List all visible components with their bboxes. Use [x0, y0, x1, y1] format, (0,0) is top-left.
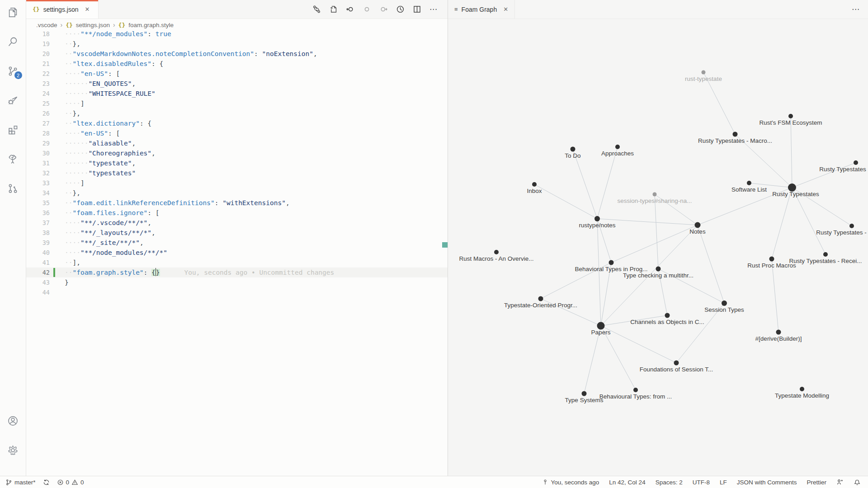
code-row[interactable]: 33····] [26, 178, 448, 188]
graph-node-rt-macro[interactable] [733, 132, 738, 137]
code-row[interactable]: 40····"**/node_modules/**/*" [26, 248, 448, 258]
graph-node-behavioral[interactable] [609, 260, 614, 265]
json-file-icon: {} [66, 22, 73, 28]
code-editor[interactable]: 18····"**/node_modules": true19··},20··"… [26, 29, 448, 297]
problems-status[interactable]: 0 0 [57, 479, 84, 486]
code-row[interactable]: 24······"WHITESPACE_RULE" [26, 89, 448, 99]
split-editor-icon[interactable] [413, 5, 421, 14]
settings-gear-icon[interactable] [2, 439, 24, 461]
open-file-icon[interactable] [329, 5, 338, 14]
breadcrumb-symbol[interactable]: foam.graph.style [128, 22, 174, 28]
sync-button[interactable] [43, 479, 50, 486]
run-debug-icon[interactable] [2, 89, 24, 111]
language-mode[interactable]: JSON with Comments [737, 479, 797, 486]
graph-node-rt-topright[interactable] [854, 160, 858, 165]
more-actions-icon[interactable]: ⋯ [429, 5, 438, 14]
graph-node-behavioural-from[interactable] [633, 388, 638, 392]
code-row[interactable]: 25····] [26, 99, 448, 108]
tab-settings-json[interactable]: {} settings.json ✕ [26, 0, 99, 19]
graph-label-type-checking: Type checking a multithr... [623, 272, 693, 279]
code-row[interactable]: 28····"en-US": [ [26, 128, 448, 138]
graph-node-rustype-notes[interactable] [594, 216, 600, 221]
search-icon[interactable] [2, 31, 24, 52]
code-row[interactable]: 44 [26, 287, 448, 297]
account-icon[interactable] [2, 410, 24, 432]
graph-node-channels[interactable] [665, 313, 670, 318]
indentation[interactable]: Spaces: 2 [656, 479, 683, 486]
graph-label-inbox: Inbox [527, 188, 542, 194]
code-row[interactable]: 23······"EN_QUOTES", [26, 79, 448, 89]
error-icon [57, 479, 64, 486]
current-change-icon[interactable] [363, 5, 371, 14]
feedback-icon[interactable] [836, 479, 844, 486]
code-row[interactable]: 27··"ltex.dictionary": { [26, 118, 448, 128]
explorer-icon[interactable] [2, 1, 24, 23]
cursor-position[interactable]: Ln 42, Col 24 [609, 479, 645, 486]
code-row[interactable]: 39····"**/_site/**/*", [26, 238, 448, 248]
code-row[interactable]: 32······"typestates" [26, 168, 448, 178]
code-row[interactable]: 19··}, [26, 39, 448, 49]
graph-node-type-systems[interactable] [582, 391, 587, 396]
graph-node-rust-macros[interactable] [494, 250, 499, 254]
eol[interactable]: LF [720, 479, 727, 486]
panel-more-actions-icon[interactable]: ⋯ [852, 5, 860, 14]
graph-node-rust-proc[interactable] [769, 257, 774, 262]
graph-node-rusts-fsm[interactable] [788, 114, 793, 118]
graph-canvas[interactable]: rust-typestateRust's FSM EcosystemRusty … [448, 19, 868, 476]
graph-node-type-checking[interactable] [656, 267, 661, 272]
graph-node-approaches[interactable] [615, 145, 620, 149]
chevron-right-icon: › [61, 21, 63, 28]
code-row[interactable]: 42··"foam.graph.style": {}You, seconds a… [26, 267, 448, 277]
blame-status[interactable]: You, seconds ago [542, 479, 599, 486]
graph-node-rust-typestate[interactable] [702, 70, 706, 75]
timeline-icon[interactable] [396, 5, 405, 14]
tab-bar: {} settings.json ✕ [26, 0, 448, 19]
code-row[interactable]: 36··"foam.files.ignore": [ [26, 208, 448, 218]
tab-foam-graph[interactable]: ≡ Foam Graph ✕ [448, 0, 515, 19]
source-control-icon[interactable]: 2 [2, 60, 24, 82]
graph-node-rt-recei[interactable] [823, 252, 828, 257]
formatter[interactable]: Prettier [807, 479, 826, 486]
notifications-bell-icon[interactable] [854, 479, 861, 486]
graph-node-typestate-oriented[interactable] [538, 296, 543, 301]
code-row[interactable]: 41··], [26, 258, 448, 267]
graph-node-software-list[interactable] [747, 181, 751, 185]
graph-node-papers[interactable] [597, 322, 605, 330]
graph-node-inbox[interactable] [532, 182, 537, 187]
graph-node-rt-dash[interactable] [849, 224, 854, 228]
breadcrumb-folder[interactable]: .vscode [36, 22, 57, 28]
code-row[interactable]: 31······"typestate", [26, 158, 448, 168]
next-change-icon[interactable] [379, 5, 388, 14]
code-row[interactable]: 18····"**/node_modules": true [26, 29, 448, 39]
prev-change-icon[interactable] [346, 5, 354, 14]
encoding[interactable]: UTF-8 [693, 479, 710, 486]
code-row[interactable]: 30······"Choreographies", [26, 148, 448, 158]
tab-close-icon[interactable]: ✕ [503, 6, 508, 13]
graph-label-software-list: Software List [731, 186, 767, 193]
extensions-icon[interactable] [2, 119, 24, 141]
code-row[interactable]: 37····"**/.vscode/**/*", [26, 218, 448, 228]
gitlens-icon[interactable] [2, 178, 24, 199]
branch-status[interactable]: master* [5, 479, 36, 486]
code-row[interactable]: 43} [26, 277, 448, 287]
inline-blame: You, seconds ago • Uncommitted changes [184, 269, 335, 276]
code-row[interactable]: 38····"**/_layouts/**/*", [26, 228, 448, 238]
code-row[interactable]: 34··}, [26, 188, 448, 198]
graph-node-derive[interactable] [776, 330, 781, 335]
code-row[interactable]: 26··}, [26, 108, 448, 118]
open-changes-icon[interactable] [312, 5, 321, 14]
tab-close-icon[interactable]: ✕ [85, 6, 90, 13]
code-row[interactable]: 20··"vscodeMarkdownNotes.noteCompletionC… [26, 49, 448, 59]
graph-node-session-types[interactable] [722, 300, 727, 306]
breadcrumb-file[interactable]: settings.json [76, 22, 110, 28]
todo-tree-icon[interactable] [2, 148, 24, 170]
graph-node-typestate-modelling[interactable] [800, 387, 804, 391]
code-row[interactable]: 22····"en-US": [ [26, 69, 448, 79]
graph-node-todo[interactable] [571, 147, 576, 152]
code-row[interactable]: 35··"foam.edit.linkReferenceDefinitions"… [26, 198, 448, 208]
graph-node-foundations[interactable] [674, 361, 679, 366]
graph-node-notes[interactable] [695, 222, 701, 228]
graph-node-sharing[interactable] [653, 192, 657, 197]
code-row[interactable]: 21··"ltex.disabledRules": { [26, 59, 448, 69]
code-row[interactable]: 29······"aliasable", [26, 138, 448, 148]
